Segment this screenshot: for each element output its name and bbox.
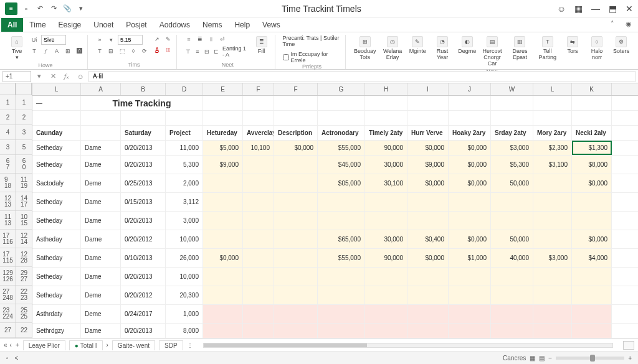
data-cell[interactable]: Sactodaly: [32, 174, 81, 192]
data-cell[interactable]: [407, 193, 449, 211]
data-cell[interactable]: [533, 174, 572, 192]
valign-mid-icon[interactable]: ≡: [194, 47, 201, 56]
valign-top-icon[interactable]: ⊤: [184, 47, 191, 56]
cell[interactable]: [318, 96, 365, 110]
data-cell[interactable]: $5,000: [203, 141, 243, 155]
row-header[interactable]: 2927: [16, 267, 32, 286]
paste-button[interactable]: ⌂Tive ▾: [7, 35, 26, 62]
data-cell[interactable]: Setheday: [32, 156, 81, 174]
row-header[interactable]: 1119: [16, 174, 32, 192]
dec-size-icon[interactable]: ✎: [164, 35, 173, 44]
data-cell[interactable]: $0,000: [572, 174, 612, 192]
data-cell[interactable]: [318, 268, 365, 286]
row-header[interactable]: 1: [0, 95, 16, 110]
menu-tab-unoet[interactable]: Unoet: [87, 18, 120, 32]
data-cell[interactable]: Deme: [81, 174, 121, 192]
size-dec-icon[interactable]: »: [95, 35, 104, 44]
data-cell[interactable]: [407, 212, 449, 230]
data-cell[interactable]: [449, 305, 491, 323]
table-header[interactable]: Srday 2aty: [491, 126, 533, 140]
column-header[interactable]: F: [243, 83, 274, 95]
data-cell[interactable]: [491, 324, 533, 338]
ribbon-button[interactable]: ◐Degme: [458, 35, 477, 56]
data-cell[interactable]: Deme: [81, 305, 121, 323]
status-view-icon[interactable]: ▫: [6, 355, 9, 362]
data-cell[interactable]: [318, 193, 365, 211]
row-header[interactable]: 1113: [0, 211, 16, 230]
row-header[interactable]: 27: [0, 323, 16, 338]
row-header[interactable]: 2: [0, 110, 16, 125]
data-cell[interactable]: $9,000: [203, 156, 243, 174]
cell[interactable]: [274, 96, 318, 110]
strike-icon[interactable]: T: [95, 47, 104, 55]
column-header[interactable]: L: [533, 83, 572, 95]
data-cell[interactable]: 0/20/2012: [121, 230, 166, 248]
row-header[interactable]: 2: [16, 110, 32, 125]
data-cell[interactable]: $05,000: [318, 174, 365, 192]
sheet-title[interactable]: Time Tracking: [81, 96, 203, 110]
ribbon-button[interactable]: ⊞Beoduay Tots: [353, 35, 377, 62]
data-cell[interactable]: $0,000: [407, 141, 449, 155]
data-cell[interactable]: Astheday: [32, 230, 81, 248]
data-cell[interactable]: $0,000: [449, 230, 491, 248]
cell[interactable]: [407, 111, 449, 125]
data-cell[interactable]: [274, 286, 318, 304]
cell[interactable]: [533, 111, 572, 125]
table-header[interactable]: Saturday: [121, 126, 166, 140]
data-cell[interactable]: [533, 286, 572, 304]
data-cell[interactable]: Setheday: [32, 212, 81, 230]
data-cell[interactable]: 0/20/2013: [121, 156, 166, 174]
row-header[interactable]: 2223: [16, 286, 32, 304]
font-name-input[interactable]: [41, 35, 66, 45]
cell[interactable]: [203, 111, 243, 125]
next-tab-icon[interactable]: ›: [107, 342, 108, 348]
column-header[interactable]: K: [572, 83, 612, 95]
data-cell[interactable]: [407, 324, 449, 338]
data-cell[interactable]: [533, 268, 572, 286]
data-cell[interactable]: $4,000: [572, 249, 612, 267]
sub-icon[interactable]: ⊟: [107, 47, 115, 55]
row-header[interactable]: 27248: [0, 286, 16, 304]
data-cell[interactable]: 90,000: [365, 249, 407, 267]
data-cell[interactable]: 0/24/2017: [121, 305, 166, 323]
column-header[interactable]: J: [449, 83, 491, 95]
data-cell[interactable]: 50,000: [491, 230, 533, 248]
data-cell[interactable]: [533, 193, 572, 211]
data-cell[interactable]: [318, 212, 365, 230]
menu-tab-posjet[interactable]: Posjet: [120, 18, 153, 32]
data-cell[interactable]: [407, 286, 449, 304]
data-cell[interactable]: [491, 212, 533, 230]
app-icon[interactable]: ≡: [5, 2, 17, 15]
data-cell[interactable]: [533, 212, 572, 230]
fill-color-icon[interactable]: 🅰: [75, 47, 83, 55]
data-cell[interactable]: 0/20/2013: [121, 324, 166, 338]
qat-dropdown-icon[interactable]: ▾: [76, 4, 86, 14]
clear-icon[interactable]: ⟳: [140, 47, 149, 55]
data-cell[interactable]: [449, 324, 491, 338]
data-cell[interactable]: 10,100: [243, 141, 274, 155]
maximize-icon[interactable]: ⬒: [609, 4, 617, 14]
menu-tab-nems[interactable]: Nems: [196, 18, 228, 32]
data-cell[interactable]: $8,000: [572, 156, 612, 174]
data-cell[interactable]: [274, 193, 318, 211]
column-header[interactable]: B: [121, 83, 166, 95]
data-cell[interactable]: Dame: [81, 268, 121, 286]
data-cell[interactable]: 30,000: [365, 156, 407, 174]
ribbon-mode-icon[interactable]: ▦: [574, 4, 583, 14]
data-cell[interactable]: 0/20/2012: [121, 286, 166, 304]
row-header[interactable]: 918: [0, 174, 16, 192]
align-right-icon[interactable]: ⫴: [207, 35, 216, 44]
data-cell[interactable]: [318, 305, 365, 323]
tabs-overflow-icon[interactable]: ⋮: [187, 342, 193, 348]
cell[interactable]: [81, 111, 121, 125]
data-cell[interactable]: $45,000: [318, 156, 365, 174]
data-cell[interactable]: [274, 174, 318, 192]
menu-tab-vews[interactable]: Vews: [256, 18, 287, 32]
data-cell[interactable]: 11,000: [166, 141, 203, 155]
data-cell[interactable]: [449, 193, 491, 211]
align-left-icon[interactable]: ≡: [184, 35, 193, 44]
column-header[interactable]: G: [318, 83, 365, 95]
horizontal-scrollbar[interactable]: [203, 343, 613, 348]
row-header[interactable]: 3: [16, 125, 32, 140]
data-cell[interactable]: [243, 305, 274, 323]
